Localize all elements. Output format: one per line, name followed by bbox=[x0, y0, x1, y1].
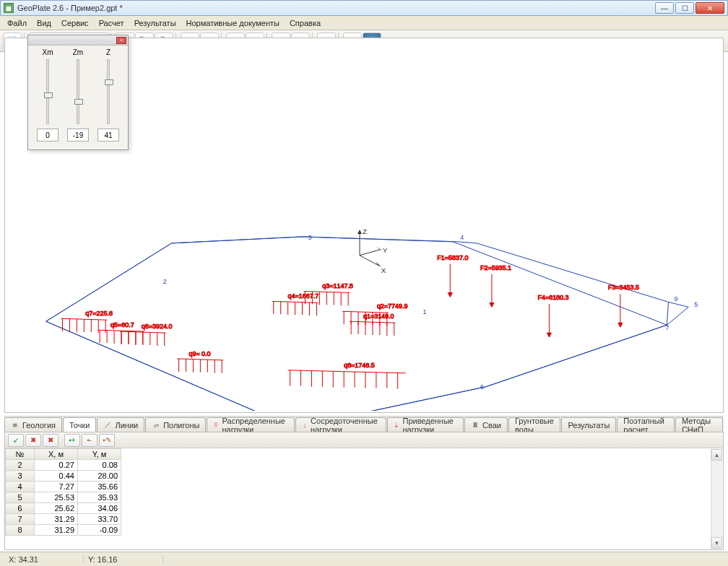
col-x[interactable]: X, м bbox=[35, 449, 78, 460]
svg-text:6: 6 bbox=[480, 383, 484, 391]
delete-all-button[interactable]: ✖ bbox=[43, 434, 58, 447]
tab-results[interactable]: Результаты bbox=[561, 417, 616, 432]
svg-marker-24 bbox=[490, 302, 494, 307]
pointload-icon: ↓ bbox=[302, 421, 308, 430]
tab-polygons[interactable]: ▱Полигоны bbox=[145, 417, 206, 432]
tab-reduced-loads[interactable]: ⇣Приведенные нагрузки bbox=[387, 417, 464, 432]
redload-icon: ⇣ bbox=[394, 421, 399, 430]
svg-marker-1 bbox=[46, 237, 667, 411]
slider-z-label: Z bbox=[106, 48, 110, 56]
menu-file[interactable]: Файл bbox=[3, 17, 31, 29]
polygon-icon: ▱ bbox=[152, 421, 160, 430]
mid-tabs: ≋Геология Точки ／Линии ▱Полигоны ⫴Распре… bbox=[4, 416, 724, 432]
svg-text:X: X bbox=[381, 266, 386, 274]
status-y: Y: 16.16 bbox=[84, 555, 163, 564]
remove-point-button[interactable]: ▪- bbox=[82, 434, 98, 447]
menubar: Файл Вид Сервис Расчет Результаты Нормат… bbox=[0, 16, 728, 30]
tab-piles[interactable]: ⅢСваи bbox=[464, 417, 508, 432]
svg-text:F2=5935.1: F2=5935.1 bbox=[480, 264, 511, 271]
svg-line-96 bbox=[288, 370, 406, 373]
svg-text:3: 3 bbox=[308, 234, 311, 241]
svg-text:q8=1746.5: q8=1746.5 bbox=[344, 362, 375, 369]
slider-z[interactable] bbox=[107, 59, 110, 124]
tab-lines[interactable]: ／Линии bbox=[97, 417, 144, 432]
col-y[interactable]: Y, м bbox=[78, 449, 121, 460]
slider-zm-label: Zm bbox=[73, 48, 83, 56]
titlebar: ▦ GeoPlate 2.6 - Пример2.gpt * — ☐ ✕ bbox=[0, 0, 728, 16]
window-title: GeoPlate 2.6 - Пример2.gpt * bbox=[17, 4, 655, 12]
col-n[interactable]: № bbox=[6, 449, 35, 460]
svg-text:q4=1667.7: q4=1667.7 bbox=[288, 292, 319, 300]
menu-help[interactable]: Справка bbox=[285, 17, 325, 29]
svg-text:2: 2 bbox=[163, 279, 167, 286]
svg-text:5: 5 bbox=[694, 301, 698, 308]
add-button[interactable]: ↙ bbox=[8, 434, 24, 447]
table-row[interactable]: 47.2735.66 bbox=[6, 482, 121, 492]
table-row[interactable]: 20.270.08 bbox=[6, 460, 121, 471]
svg-text:F1=5837.0: F1=5837.0 bbox=[437, 254, 468, 261]
bottom-scrollbar[interactable]: ▲ ▼ bbox=[711, 449, 722, 549]
status-x: X: 34.31 bbox=[4, 555, 84, 564]
distload-icon: ⫴ bbox=[213, 421, 219, 430]
slider-zm[interactable] bbox=[77, 59, 79, 124]
line-icon: ／ bbox=[103, 421, 112, 430]
delete-row-button[interactable]: ✖ bbox=[25, 434, 41, 447]
tab-points[interactable]: Точки bbox=[63, 417, 96, 432]
slider-zm-value[interactable]: -19 bbox=[67, 129, 89, 142]
tab-geology[interactable]: ≋Геология bbox=[4, 417, 62, 432]
slider-xm-label: Xm bbox=[43, 48, 53, 56]
table-row[interactable]: 831.29-0.09 bbox=[6, 525, 121, 536]
svg-marker-12 bbox=[358, 230, 362, 234]
statusbar: X: 34.31 Y: 16.16 bbox=[0, 552, 728, 566]
menu-calc[interactable]: Расчет bbox=[95, 17, 129, 29]
svg-text:4: 4 bbox=[460, 234, 464, 241]
svg-text:F4=6180.3: F4=6180.3 bbox=[538, 294, 569, 301]
tab-distributed-loads[interactable]: ⫴Распределенные нагрузки bbox=[207, 417, 294, 432]
svg-text:q2=7749.9: q2=7749.9 bbox=[377, 302, 408, 310]
tab-snip[interactable]: Методы СНиП bbox=[675, 417, 723, 432]
menu-service[interactable]: Сервис bbox=[57, 17, 93, 29]
svg-text:9: 9 bbox=[674, 295, 677, 302]
menu-view[interactable]: Вид bbox=[32, 17, 56, 29]
table-row[interactable]: 30.4428.00 bbox=[6, 471, 121, 482]
tab-point-loads[interactable]: ↓Сосредоточенные нагрузки bbox=[295, 417, 387, 432]
svg-text:q7=225.6: q7=225.6 bbox=[85, 310, 113, 317]
table-row[interactable]: 731.2933.70 bbox=[6, 514, 121, 525]
svg-text:q3=1147.8: q3=1147.8 bbox=[322, 282, 353, 289]
svg-marker-21 bbox=[448, 292, 452, 297]
svg-text:1: 1 bbox=[423, 308, 427, 315]
edit-point-button[interactable]: ▪✎ bbox=[99, 434, 115, 447]
menu-norms[interactable]: Нормативные документы bbox=[182, 17, 284, 29]
svg-text:q5=60.7: q5=60.7 bbox=[110, 321, 134, 328]
scroll-up-icon[interactable]: ▲ bbox=[711, 449, 722, 461]
view-panel-close[interactable]: × bbox=[116, 37, 126, 44]
bottom-toolbar: ↙ ✖ ✖ ▪+ ▪- ▪✎ bbox=[5, 432, 723, 448]
table-row[interactable]: 625.6234.06 bbox=[6, 503, 121, 514]
slider-xm-value[interactable]: 0 bbox=[37, 129, 58, 142]
add-point-button[interactable]: ▪+ bbox=[64, 434, 80, 447]
close-button[interactable]: ✕ bbox=[696, 2, 724, 14]
svg-text:F3=3453.5: F3=3453.5 bbox=[608, 284, 639, 291]
pile-icon: Ⅲ bbox=[471, 421, 480, 430]
tab-groundwater[interactable]: Грунтовые воды bbox=[508, 417, 560, 432]
svg-marker-30 bbox=[547, 333, 551, 337]
svg-line-17 bbox=[360, 250, 380, 256]
slider-xm[interactable] bbox=[46, 59, 49, 124]
maximize-button[interactable]: ☐ bbox=[675, 2, 694, 14]
svg-text:7: 7 bbox=[665, 324, 669, 331]
layers-icon: ≋ bbox=[11, 421, 20, 430]
table-row[interactable]: 525.5335.93 bbox=[6, 492, 121, 503]
app-icon: ▦ bbox=[4, 3, 14, 13]
view-panel[interactable]: × Xm 0 Zm -19 Z 41 bbox=[27, 35, 129, 150]
minimize-button[interactable]: — bbox=[655, 2, 674, 14]
points-table[interactable]: № X, м Y, м 20.270.08 30.4428.00 47.2735… bbox=[5, 448, 121, 536]
svg-marker-27 bbox=[618, 323, 623, 327]
svg-text:q9= 0.0: q9= 0.0 bbox=[188, 350, 210, 357]
svg-text:q1=3149.0: q1=3149.0 bbox=[363, 313, 394, 320]
tab-staged-calc[interactable]: Поэтапный расчет bbox=[617, 417, 675, 432]
slider-z-value[interactable]: 41 bbox=[98, 129, 119, 142]
scroll-down-icon[interactable]: ▼ bbox=[711, 537, 722, 549]
menu-results[interactable]: Результаты bbox=[130, 17, 181, 29]
bottom-panel: ↙ ✖ ✖ ▪+ ▪- ▪✎ № X, м Y, м 20.270.08 30.… bbox=[4, 432, 724, 550]
svg-text:Z: Z bbox=[363, 227, 367, 235]
